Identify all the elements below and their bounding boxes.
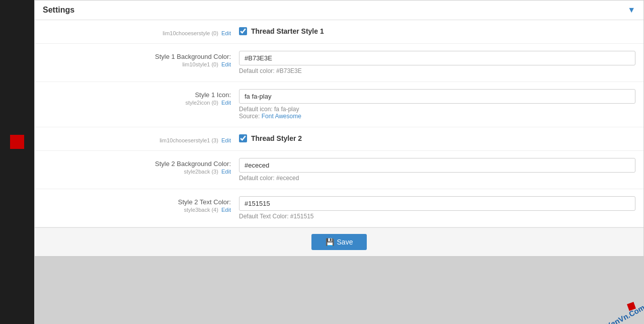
row-content-1: Default color: #B73E3E [239, 51, 635, 74]
edit-link-5[interactable]: Edit [221, 207, 231, 213]
row-meta-1: lim10style1 (0) Edit [43, 61, 231, 67]
row-content-4: Default color: #ececed [239, 158, 635, 182]
edit-link-4[interactable]: Edit [221, 169, 231, 175]
checkbox-thread-styler-2[interactable] [239, 134, 247, 142]
row-meta-3: lim10chooeserstyle1 (3) Edit [43, 137, 231, 143]
form-row-thread-styler-2: lim10chooeserstyle1 (3) Edit Thread Styl… [35, 127, 643, 151]
font-awesome-link[interactable]: Font Awesome [262, 113, 301, 120]
row-label-0: lim10chooeserstyle (0) Edit [43, 27, 239, 36]
style1-icon-input[interactable] [239, 89, 635, 104]
form-row-style1-icon: Style 1 Icon: style2icon (0) Edit Defaul… [35, 82, 643, 127]
form-row-style1-bg: Style 1 Background Color: lim10style1 (0… [35, 44, 643, 82]
row-meta-4: style2back (3) Edit [43, 169, 231, 175]
style2-text-input[interactable] [239, 196, 635, 211]
watermark-text: XenVn.Com [605, 303, 644, 324]
checkbox-label-3: Thread Styler 2 [251, 134, 302, 142]
chevron-down-icon[interactable]: ▼ [627, 6, 635, 15]
row-label-2: Style 1 Icon: style2icon (0) Edit [43, 89, 239, 106]
sidebar-red-block [10, 135, 24, 149]
edit-link-3[interactable]: Edit [221, 137, 231, 143]
row-label-4: Style 2 Background Color: style2back (3)… [43, 158, 239, 175]
checkbox-thread-starter-style-1[interactable] [239, 27, 247, 35]
watermark-red-square [627, 302, 636, 311]
style1-icon-help: Default icon: fa fa-play Source: Font Aw… [239, 106, 635, 120]
style1-bg-input[interactable] [239, 51, 635, 65]
footer-bar: 💾 Save [35, 227, 643, 256]
row-label-3: lim10chooeserstyle1 (3) Edit [43, 134, 239, 143]
style2-text-help: Default Text Color: #151515 [239, 213, 635, 220]
style1-bg-help: Default color: #B73E3E [239, 67, 635, 74]
row-label-5: Style 2 Text Color: style3back (4) Edit [43, 196, 239, 213]
form-row-style2-bg: Style 2 Background Color: style2back (3)… [35, 151, 643, 189]
row-content-0: Thread Starter Style 1 [239, 27, 635, 35]
settings-header: Settings ▼ [35, 1, 643, 20]
save-icon: 💾 [326, 238, 334, 246]
row-meta-0: lim10chooeserstyle (0) Edit [43, 30, 231, 36]
style2-bg-help: Default color: #ececed [239, 175, 635, 182]
checkbox-row-0: Thread Starter Style 1 [239, 27, 635, 35]
row-label-1: Style 1 Background Color: lim10style1 (0… [43, 51, 239, 67]
checkbox-row-3: Thread Styler 2 [239, 134, 635, 142]
left-sidebar [0, 0, 34, 324]
form-row-style2-text: Style 2 Text Color: style3back (4) Edit … [35, 189, 643, 227]
page-title: Settings [43, 6, 74, 15]
edit-link-1[interactable]: Edit [221, 61, 231, 67]
settings-body: lim10chooeserstyle (0) Edit Thread Start… [35, 20, 643, 227]
row-content-2: Default icon: fa fa-play Source: Font Aw… [239, 89, 635, 120]
style2-bg-input[interactable] [239, 158, 635, 173]
row-content-5: Default Text Color: #151515 [239, 196, 635, 220]
edit-link-2[interactable]: Edit [221, 100, 231, 106]
row-meta-5: style3back (4) Edit [43, 207, 231, 213]
edit-link-0[interactable]: Edit [221, 30, 231, 36]
form-row-thread-starter-style-1: lim10chooeserstyle (0) Edit Thread Start… [35, 20, 643, 44]
main-panel: Settings ▼ lim10chooeserstyle (0) Edit T… [34, 0, 644, 257]
row-meta-2: style2icon (0) Edit [43, 100, 231, 106]
checkbox-label-0: Thread Starter Style 1 [251, 27, 324, 35]
row-content-3: Thread Styler 2 [239, 134, 635, 142]
save-button[interactable]: 💾 Save [311, 234, 367, 250]
save-label: Save [337, 238, 353, 246]
watermark: XenVn.Com [584, 284, 644, 324]
